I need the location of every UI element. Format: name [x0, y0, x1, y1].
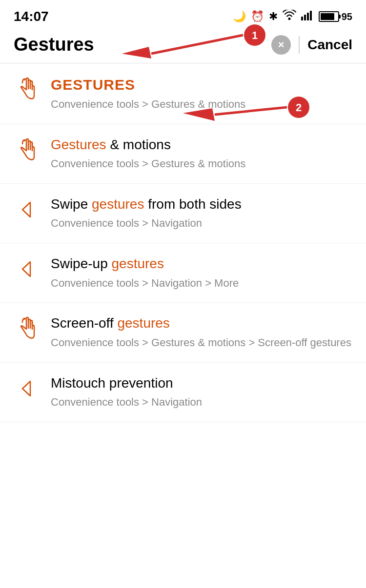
result-subtitle-mistouch: Convenience tools > Navigation	[51, 395, 352, 410]
battery-icon: 95	[319, 11, 352, 22]
bluetooth-icon: ✱	[269, 10, 278, 23]
highlight-gestures-2: gestures	[92, 196, 144, 212]
result-item-gestures-main[interactable]: GESTURES Convenience tools > Gestures & …	[0, 63, 366, 124]
result-item-gestures-motions[interactable]: Gestures & motions Convenience tools > G…	[0, 124, 366, 184]
highlight-gestures-3: gestures	[112, 256, 164, 271]
svg-marker-15	[22, 381, 30, 396]
mistouch-text: Mistouch prevention	[51, 375, 173, 391]
result-icon-arrow-left-3	[14, 376, 39, 401]
svg-marker-14	[22, 262, 30, 276]
result-title-screen-off: Screen-off gestures	[51, 314, 352, 332]
status-time: 14:07	[14, 9, 49, 24]
result-icon-arrow-left-1	[14, 197, 39, 222]
highlight-gestures-4: gestures	[117, 315, 169, 331]
result-content-swipe-up: Swipe-up gestures Convenience tools > Na…	[51, 255, 352, 291]
result-title-swipe-up: Swipe-up gestures	[51, 255, 352, 273]
result-icon-hand-2	[14, 138, 39, 162]
result-subtitle-gestures-main: Convenience tools > Gestures & motions	[51, 97, 352, 112]
svg-rect-4	[310, 11, 312, 20]
page-title: Gestures	[14, 34, 94, 55]
result-content-mistouch: Mistouch prevention Convenience tools > …	[51, 374, 352, 410]
result-item-swipe-both[interactable]: Swipe gestures from both sides Convenien…	[0, 184, 366, 243]
search-results: GESTURES Convenience tools > Gestures & …	[0, 63, 366, 422]
result-icon-hand-3	[14, 316, 39, 341]
svg-marker-13	[22, 202, 30, 217]
result-title-mistouch: Mistouch prevention	[51, 374, 352, 392]
cancel-button[interactable]: Cancel	[307, 37, 352, 53]
svg-point-0	[288, 18, 290, 20]
title-rest: & motions	[106, 137, 171, 152]
result-subtitle-swipe-up: Convenience tools > Navigation > More	[51, 276, 352, 291]
highlight-gestures: Gestures	[51, 137, 106, 152]
result-content-screen-off: Screen-off gestures Convenience tools > …	[51, 314, 352, 350]
screen-off-text: Screen-off	[51, 315, 117, 331]
result-subtitle-gestures-motions: Convenience tools > Gestures & motions	[51, 157, 352, 172]
search-header: Gestures × Cancel	[0, 29, 366, 63]
moon-icon: 🌙	[233, 10, 246, 23]
svg-rect-3	[307, 13, 309, 20]
result-item-mistouch[interactable]: Mistouch prevention Convenience tools > …	[0, 363, 366, 422]
result-title-gestures-main: GESTURES	[51, 75, 352, 94]
result-icon-hand	[14, 77, 39, 101]
svg-rect-2	[304, 15, 306, 20]
result-icon-arrow-left-2	[14, 257, 39, 281]
result-item-swipe-up[interactable]: Swipe-up gestures Convenience tools > Na…	[0, 243, 366, 303]
status-bar: 14:07 🌙 ⏰ ✱	[0, 0, 366, 29]
swipe-up-text: Swipe-up	[51, 256, 112, 271]
header-actions: × Cancel	[271, 35, 352, 55]
clear-button[interactable]: ×	[271, 35, 291, 55]
signal-icon	[301, 10, 314, 23]
result-title-gestures-motions: Gestures & motions	[51, 136, 352, 154]
result-item-screen-off[interactable]: Screen-off gestures Convenience tools > …	[0, 303, 366, 362]
result-content-gestures-motions: Gestures & motions Convenience tools > G…	[51, 136, 352, 172]
result-subtitle-screen-off: Convenience tools > Gestures & motions >…	[51, 335, 352, 351]
result-subtitle-swipe-both: Convenience tools > Navigation	[51, 216, 352, 231]
status-icons: 🌙 ⏰ ✱ 95	[233, 10, 352, 23]
both-sides-text: from both sides	[144, 196, 241, 212]
header-divider	[299, 36, 300, 54]
wifi-icon	[283, 10, 296, 23]
result-title-swipe-both: Swipe gestures from both sides	[51, 196, 352, 213]
svg-rect-1	[301, 17, 303, 20]
result-content-swipe-both: Swipe gestures from both sides Convenien…	[51, 196, 352, 231]
swipe-text: Swipe	[51, 196, 92, 212]
result-content-gestures-main: GESTURES Convenience tools > Gestures & …	[51, 75, 352, 112]
alarm-icon: ⏰	[251, 10, 264, 23]
